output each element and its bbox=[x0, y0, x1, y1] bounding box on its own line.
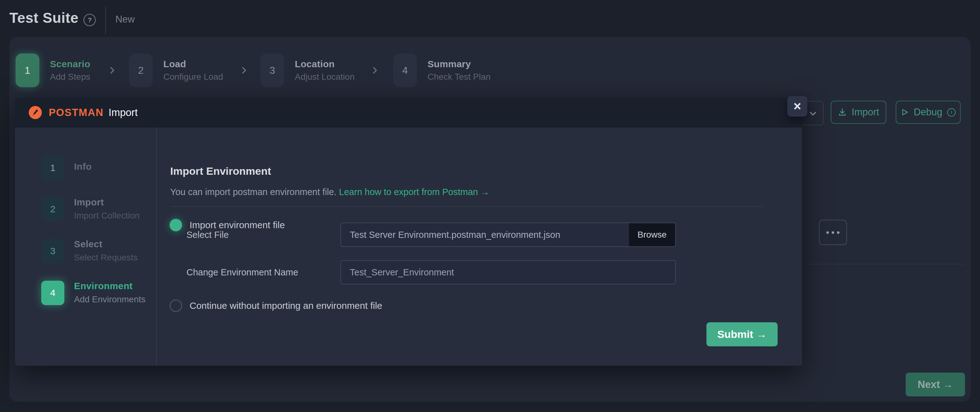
step-subtitle: Check Test Plan bbox=[428, 72, 491, 82]
stepper-step-summary[interactable]: 4 Summary Check Test Plan bbox=[393, 53, 491, 87]
submit-button[interactable]: Submit → bbox=[706, 322, 778, 347]
step-subtitle: Configure Load bbox=[163, 72, 223, 82]
modal-step-badge-environment[interactable]: 4 bbox=[41, 281, 64, 305]
step-number-badge: 3 bbox=[261, 53, 284, 87]
radio-import-label[interactable]: Import environment file bbox=[189, 220, 285, 230]
next-button[interactable]: Next → bbox=[906, 373, 965, 396]
import-button-label: Import bbox=[852, 107, 879, 118]
step-title: Scenario bbox=[50, 59, 90, 69]
modal-step-badge-import[interactable]: 2 bbox=[41, 197, 64, 221]
modal-step-environment[interactable]: Environment Add Environments bbox=[74, 281, 146, 305]
page-header: Test Suite ? New bbox=[10, 4, 135, 36]
dot-icon bbox=[826, 231, 829, 234]
info-icon: i bbox=[947, 108, 956, 117]
chevron-down-icon bbox=[808, 109, 817, 118]
debug-button-label: Debug bbox=[914, 107, 942, 118]
debug-button[interactable]: Debug i bbox=[896, 101, 961, 124]
modal-step-badge-info[interactable]: 1 bbox=[41, 156, 64, 180]
chevron-right-icon bbox=[370, 53, 379, 87]
chevron-right-icon bbox=[107, 53, 117, 87]
play-icon bbox=[900, 108, 909, 116]
modal-header: POSTMAN Import bbox=[15, 97, 802, 128]
modal-step-badge-select[interactable]: 3 bbox=[41, 239, 64, 263]
breadcrumb-new: New bbox=[115, 14, 135, 25]
radio-unselected-icon[interactable] bbox=[170, 299, 182, 312]
export-help-link[interactable]: Learn how to export from Postman → bbox=[339, 187, 490, 197]
radio-import-environment[interactable]: Import environment file bbox=[170, 219, 285, 231]
dot-icon bbox=[832, 231, 834, 234]
header-divider bbox=[105, 7, 106, 34]
modal-content: Import Environment You can import postma… bbox=[157, 128, 802, 366]
step-title: Load bbox=[163, 59, 223, 69]
main-card: 1 Scenario Add Steps 2 Load Configure Lo… bbox=[10, 37, 970, 402]
stepper-step-location[interactable]: 3 Location Adjust Location bbox=[261, 53, 355, 87]
step-subtitle: Add Steps bbox=[50, 72, 90, 82]
radio-continue-without[interactable]: Continue without importing an environmen… bbox=[170, 299, 382, 312]
modal-step-import[interactable]: Import Import Collection bbox=[74, 197, 140, 221]
section-divider bbox=[809, 264, 964, 265]
modal-title: Import bbox=[109, 107, 138, 118]
step-title: Summary bbox=[428, 59, 491, 69]
step-number-badge: 2 bbox=[129, 53, 153, 87]
environment-name-label: Change Environment Name bbox=[186, 267, 298, 278]
stepper-step-scenario[interactable]: 1 Scenario Add Steps bbox=[16, 53, 90, 87]
form-description: You can import postman environment file.… bbox=[170, 187, 490, 197]
file-input[interactable] bbox=[341, 223, 629, 246]
form-heading: Import Environment bbox=[170, 165, 271, 177]
radio-continue-label[interactable]: Continue without importing an environmen… bbox=[189, 300, 382, 311]
modal-step-info[interactable]: Info bbox=[74, 161, 92, 172]
browse-button[interactable]: Browse bbox=[629, 223, 675, 246]
postman-brand: POSTMAN bbox=[49, 107, 104, 118]
modal-step-select[interactable]: Select Select Requests bbox=[74, 239, 138, 263]
chevron-right-icon bbox=[239, 53, 248, 87]
download-icon bbox=[838, 108, 846, 117]
file-input-group: Browse bbox=[340, 223, 676, 247]
step-title: Location bbox=[295, 59, 355, 69]
radio-selected-icon[interactable] bbox=[170, 219, 182, 231]
select-file-label: Select File bbox=[186, 230, 229, 240]
environment-name-input[interactable] bbox=[341, 261, 675, 284]
modal-stepper: 1 Info 2 Import Import Collection 3 Sele… bbox=[15, 128, 157, 366]
help-icon[interactable]: ? bbox=[83, 14, 96, 26]
more-options-button[interactable] bbox=[819, 220, 847, 245]
dot-icon bbox=[837, 231, 840, 234]
page-title: Test Suite bbox=[10, 4, 78, 31]
step-number-badge: 1 bbox=[16, 53, 39, 87]
stepper-step-load[interactable]: 2 Load Configure Load bbox=[129, 53, 223, 87]
postman-logo-icon bbox=[29, 106, 42, 119]
step-subtitle: Adjust Location bbox=[295, 72, 355, 82]
content-divider bbox=[170, 206, 763, 207]
import-button[interactable]: Import bbox=[831, 101, 886, 124]
environment-name-group bbox=[340, 260, 676, 284]
postman-import-modal: POSTMAN Import × 1 Info 2 Import Import … bbox=[15, 97, 802, 366]
close-icon[interactable]: × bbox=[788, 96, 807, 117]
step-number-badge: 4 bbox=[393, 53, 417, 87]
